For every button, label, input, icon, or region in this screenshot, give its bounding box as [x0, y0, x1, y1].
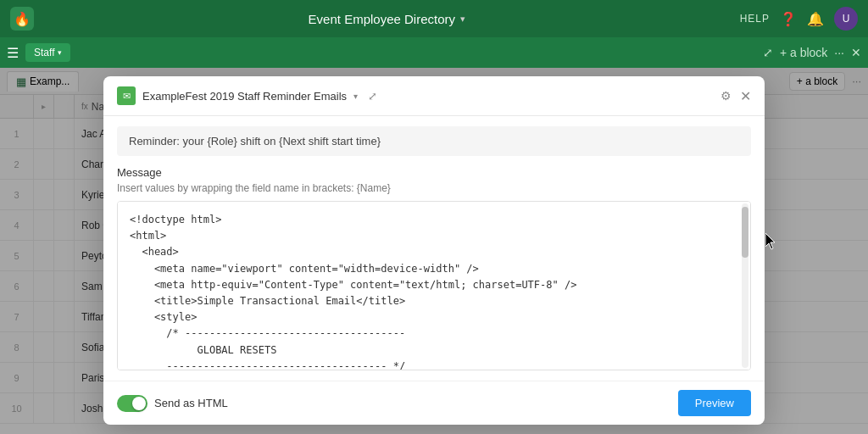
modal-title: ExampleFest 2019 Staff Reminder Emails: [142, 90, 347, 103]
code-content: <!doctype html> <html> <head> <meta name…: [130, 212, 738, 370]
modal-footer: Send as HTML Preview: [103, 381, 765, 425]
close-view-icon[interactable]: ✕: [851, 46, 861, 59]
main-area: ▦ Examp... + a block ··· ▸ fx Na...: [0, 68, 868, 434]
scrollbar-thumb[interactable]: [742, 207, 748, 258]
modal-gear-icon[interactable]: ⚙: [721, 89, 732, 103]
modal-body: Message Insert values by wrapping the fi…: [103, 156, 765, 381]
modal-external-icon[interactable]: ⤢: [368, 90, 377, 103]
modal-subject: Reminder: your {Role} shift on {Next shi…: [117, 126, 751, 156]
subject-text: Reminder: your {Role} shift on {Next shi…: [129, 135, 381, 147]
second-bar-right: ⤢ + a block ··· ✕: [763, 46, 861, 59]
title-dropdown-arrow[interactable]: ▾: [460, 14, 465, 25]
add-block-button[interactable]: + a block: [780, 46, 827, 59]
modal-close-button[interactable]: ✕: [740, 88, 751, 104]
message-hint: Insert values by wrapping the field name…: [117, 182, 751, 194]
toggle-area: Send as HTML: [117, 395, 228, 412]
bell-icon[interactable]: 🔔: [807, 11, 824, 27]
flame-icon: 🔥: [14, 11, 31, 27]
top-bar-left: 🔥: [10, 7, 34, 31]
top-bar-right: HELP ❓ 🔔 U: [740, 7, 858, 31]
top-bar: 🔥 Event Employee Directory ▾ HELP ❓ 🔔 U: [0, 0, 868, 37]
toggle-knob: [132, 397, 146, 410]
page-title: Event Employee Directory: [309, 12, 455, 26]
preview-button[interactable]: Preview: [678, 390, 751, 416]
scrollbar-track[interactable]: [742, 203, 748, 368]
avatar[interactable]: U: [834, 7, 858, 31]
message-label: Message: [117, 166, 751, 179]
top-bar-center: Event Employee Directory ▾: [309, 12, 465, 26]
staff-tab-arrow: ▾: [58, 48, 62, 57]
modal-header: ✉ ExampleFest 2019 Staff Reminder Emails…: [103, 76, 765, 116]
help-icon[interactable]: ❓: [780, 11, 797, 27]
modal-overlay: ✉ ExampleFest 2019 Staff Reminder Emails…: [0, 68, 868, 434]
send-html-toggle[interactable]: [117, 395, 147, 412]
hamburger-icon[interactable]: ☰: [7, 45, 19, 61]
help-label: HELP: [740, 13, 770, 25]
modal-header-right: ⚙ ✕: [721, 88, 751, 104]
staff-tab[interactable]: Staff ▾: [25, 43, 70, 62]
modal-email-icon: ✉: [117, 86, 136, 105]
expand-icon[interactable]: ⤢: [763, 46, 773, 59]
code-editor[interactable]: <!doctype html> <html> <head> <meta name…: [117, 201, 751, 370]
staff-tab-label: Staff: [34, 47, 54, 58]
email-icon-symbol: ✉: [123, 91, 131, 102]
more-options-icon[interactable]: ···: [834, 46, 844, 59]
app-logo: 🔥: [10, 7, 34, 31]
modal-title-arrow[interactable]: ▾: [353, 92, 358, 101]
toggle-label: Send as HTML: [154, 397, 228, 409]
email-modal: ✉ ExampleFest 2019 Staff Reminder Emails…: [103, 76, 765, 425]
second-bar: ☰ Staff ▾ ⤢ + a block ··· ✕: [0, 37, 868, 68]
